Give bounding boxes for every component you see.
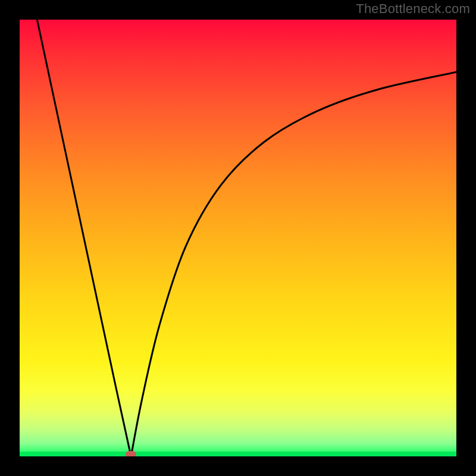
bottleneck-curve (20, 20, 456, 456)
curve-path (37, 20, 456, 456)
watermark-text: TheBottleneck.com (356, 1, 470, 17)
chart-frame: TheBottleneck.com (0, 0, 476, 476)
plot-area (20, 20, 456, 456)
vertex-marker (126, 451, 136, 456)
